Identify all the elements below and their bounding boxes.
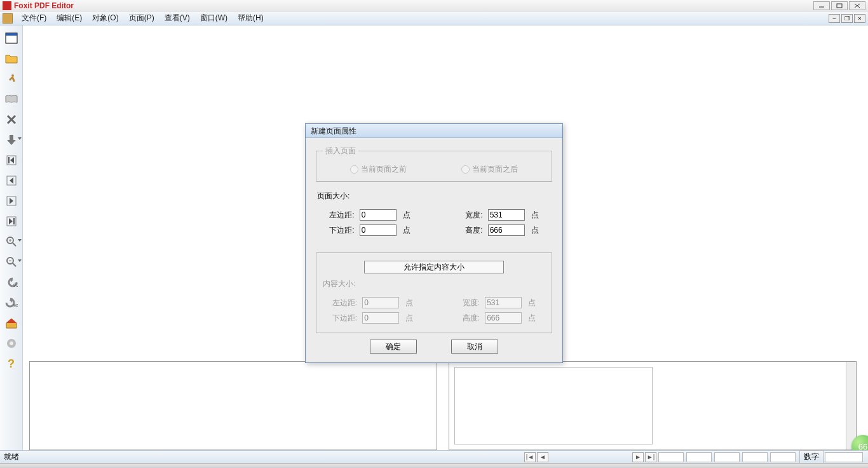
- new-page-properties-dialog: 新建页面属性 插入页面 当前页面之前 当前页面之后 页面大小: 左边距: 点: [305, 123, 563, 363]
- vertical-toolbar: 90 90 ?: [0, 25, 23, 450]
- right-pane-inner: [454, 367, 653, 444]
- last-page-icon[interactable]: [3, 212, 20, 230]
- status-next-icon[interactable]: ►: [632, 452, 644, 462]
- content-width-label: 宽度:: [456, 298, 480, 308]
- gear-icon[interactable]: [3, 334, 20, 352]
- download-arrow-icon[interactable]: [3, 131, 20, 149]
- doc-close-button[interactable]: ×: [854, 14, 865, 23]
- close-button[interactable]: [849, 1, 865, 10]
- menu-edit[interactable]: 编辑(E): [51, 11, 87, 25]
- content-bottom-input: [362, 312, 399, 324]
- taskbar-strip: [0, 463, 868, 468]
- page-width-unit: 点: [531, 210, 548, 221]
- page-bottom-input[interactable]: [360, 224, 397, 236]
- svg-line-20: [13, 263, 16, 266]
- rotate-cw-icon[interactable]: 90: [3, 294, 20, 312]
- content-bottom-label: 下边距:: [325, 313, 357, 324]
- content-width-unit: 点: [528, 298, 543, 308]
- page-left-label: 左边距:: [320, 210, 355, 221]
- first-page-icon[interactable]: [3, 151, 20, 169]
- numlock-indicator: 数字: [799, 450, 824, 464]
- content-height-unit: 点: [528, 313, 543, 324]
- right-pane: [449, 361, 857, 450]
- cancel-button[interactable]: 取消: [451, 340, 498, 354]
- content-size-label: 内容大小:: [323, 279, 545, 289]
- svg-line-16: [13, 243, 16, 246]
- content-bottom-unit: 点: [405, 313, 420, 324]
- open-folder-icon[interactable]: [3, 50, 20, 67]
- app-icon: [3, 1, 11, 10]
- window-controls: [813, 1, 865, 10]
- status-slot-3: [714, 452, 740, 462]
- radio-after-label: 当前页面之后: [461, 164, 518, 175]
- allow-content-size-button[interactable]: 允许指定内容大小: [364, 261, 504, 273]
- svg-text:90: 90: [13, 303, 18, 308]
- page-bottom-label: 下边距:: [320, 225, 355, 236]
- status-last-icon[interactable]: ►|: [645, 452, 656, 462]
- lower-panes: [29, 361, 868, 450]
- page-left-input[interactable]: [360, 209, 397, 221]
- titlebar: Foxit PDF Editor: [0, 0, 868, 11]
- statusbar: 就绪 |◄ ◄ ► ►| 数字: [0, 450, 868, 463]
- svg-text:90: 90: [13, 283, 18, 287]
- app-menu-icon[interactable]: [3, 13, 13, 24]
- content-left-unit: 点: [405, 298, 420, 308]
- page-size-group: 页面大小: 左边距: 点 宽度: 点 下边距: 点 高度: 点: [316, 188, 552, 246]
- page-height-input[interactable]: [488, 224, 525, 236]
- menubar: 文件(F) 编辑(E) 对象(O) 页面(P) 查看(V) 窗口(W) 帮助(H…: [0, 11, 868, 25]
- svg-rect-5: [6, 33, 17, 36]
- prev-page-icon[interactable]: [3, 172, 20, 189]
- content-left-input: [362, 297, 399, 308]
- ok-button[interactable]: 确定: [370, 340, 417, 354]
- zoom-in-icon[interactable]: [3, 233, 20, 251]
- app-title: Foxit PDF Editor: [14, 1, 813, 10]
- running-man-icon[interactable]: [3, 70, 20, 88]
- content-size-group: 允许指定内容大小 内容大小: 左边距: 点 宽度: 点 下边距: 点 高度: 点: [316, 252, 552, 333]
- home-icon[interactable]: [3, 314, 20, 332]
- doc-restore-button[interactable]: ❐: [841, 14, 853, 23]
- svg-text:?: ?: [8, 357, 15, 370]
- help-icon[interactable]: ?: [3, 355, 20, 373]
- svg-rect-1: [837, 4, 842, 8]
- maximize-button[interactable]: [831, 1, 848, 10]
- page-size-label: 页面大小:: [317, 191, 551, 202]
- menu-window[interactable]: 窗口(W): [195, 11, 233, 25]
- status-slot-5: [770, 452, 796, 462]
- minimize-button[interactable]: [813, 1, 830, 10]
- zoom-out-icon[interactable]: [3, 253, 20, 271]
- insert-page-legend: 插入页面: [323, 146, 358, 156]
- dialog-title: 新建页面属性: [306, 124, 562, 138]
- page-height-unit: 点: [531, 225, 548, 236]
- status-slot-6: [825, 452, 863, 462]
- status-prev-icon[interactable]: ◄: [537, 452, 548, 462]
- status-text: 就绪: [4, 451, 524, 462]
- page-left-unit: 点: [403, 210, 420, 221]
- status-first-icon[interactable]: |◄: [524, 452, 536, 462]
- svg-point-6: [11, 74, 14, 77]
- menu-object[interactable]: 对象(O): [87, 11, 123, 25]
- radio-before: [350, 165, 358, 174]
- left-pane: [29, 361, 437, 450]
- menu-file[interactable]: 文件(F): [17, 11, 51, 25]
- next-page-icon[interactable]: [3, 192, 20, 210]
- content-height-input: [485, 312, 522, 324]
- radio-before-label: 当前页面之前: [350, 164, 407, 175]
- book-icon[interactable]: [3, 90, 20, 108]
- new-doc-icon[interactable]: [3, 29, 20, 47]
- content-height-label: 高度:: [456, 313, 480, 324]
- doc-minimize-button[interactable]: –: [829, 14, 840, 23]
- radio-after: [461, 165, 470, 174]
- content-width-input: [485, 297, 522, 308]
- page-width-label: 宽度:: [456, 210, 483, 221]
- page-width-input[interactable]: [488, 209, 525, 221]
- insert-page-group: 插入页面 当前页面之前 当前页面之后: [316, 146, 552, 182]
- content-left-label: 左边距:: [325, 298, 357, 308]
- menu-view[interactable]: 查看(V): [159, 11, 195, 25]
- close-x-icon[interactable]: [3, 111, 20, 128]
- svg-point-25: [10, 341, 13, 345]
- page-bottom-unit: 点: [403, 225, 420, 236]
- rotate-ccw-icon[interactable]: 90: [3, 273, 20, 291]
- menu-help[interactable]: 帮助(H): [233, 11, 269, 25]
- vertical-scrollbar[interactable]: [846, 362, 856, 450]
- menu-page[interactable]: 页面(P): [124, 11, 159, 25]
